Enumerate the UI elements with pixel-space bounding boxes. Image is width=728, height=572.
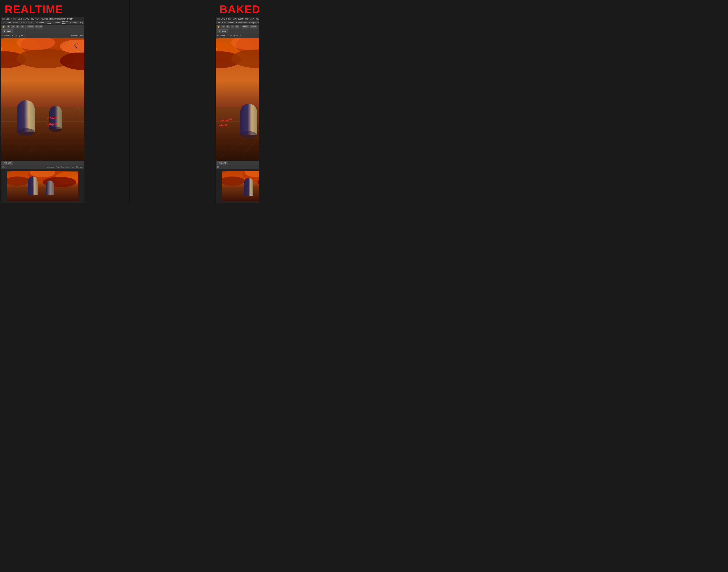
ground: [1, 107, 84, 161]
hand-tool[interactable]: ✋: [2, 25, 6, 28]
game-toolbar-right-realtime: Maximize on Play Mute audio Stats Gizmos…: [46, 166, 83, 168]
game-icon: 🎮: [4, 162, 6, 164]
game-preview-realtime: [7, 171, 78, 201]
scale-tool[interactable]: ⤡: [16, 25, 19, 28]
hand-tool-b[interactable]: ✋: [217, 25, 220, 28]
menubar-baked[interactable]: File Edit Assets GameObject Component AC…: [216, 21, 259, 24]
svg-text:X: X: [78, 43, 78, 44]
game-preview-baked: [222, 171, 259, 201]
svg-point-31: [49, 127, 62, 132]
menu-assets[interactable]: Assets: [13, 22, 19, 24]
menu-edit[interactable]: Edit: [8, 22, 11, 24]
rotate-tool-b[interactable]: ↻: [226, 25, 230, 28]
menu-gameobject[interactable]: GameObject: [21, 22, 32, 24]
menu-project[interactable]: Project: [54, 22, 60, 24]
svg-point-100: [245, 171, 259, 177]
scene-tab-baked[interactable]: ✛ Scene: [217, 29, 228, 33]
game-ground: [7, 189, 78, 201]
game-tab-label-b: Game: [221, 162, 226, 164]
scene-panel-realtime: ✛ Scene Shaded ▾ 2D ☀ ♪) ⚙ 👁 Gizmos ▾ ⊕A…: [1, 29, 84, 161]
menu-acytools[interactable]: ACY Tools: [47, 20, 51, 25]
panel-divider: [129, 0, 130, 204]
maximize-btn[interactable]: Maximize on Play: [46, 166, 59, 168]
scene-tab-label: Scene: [6, 30, 11, 32]
rect-tool[interactable]: ▭: [20, 25, 24, 28]
scene-tab-bar-realtime: ✛ Scene: [1, 29, 84, 33]
local-label-b: ⊕Local: [251, 26, 256, 28]
preview-clouds: [7, 171, 78, 189]
gizmos-btn[interactable]: Gizmos ▾: [71, 34, 78, 37]
game-tab-bar-baked: 🎮 Game: [216, 161, 259, 165]
svg-marker-35: [77, 43, 78, 44]
audio-toggle[interactable]: ♪): [18, 34, 20, 37]
local-dropdown[interactable]: ⊕Local: [35, 25, 43, 28]
shading-dropdown[interactable]: Shaded ▾: [2, 34, 10, 37]
game-capsule-right: [46, 180, 54, 197]
game-tab-realtime[interactable]: 🎮 Game: [2, 161, 13, 165]
svg-line-34: [74, 44, 77, 45]
svg-point-98: [222, 176, 245, 186]
persp-label-realtime: ← Persp: [74, 50, 80, 52]
light-toggle-b[interactable]: ☀: [230, 34, 232, 37]
rect-tool-b[interactable]: ▭: [235, 25, 239, 28]
scene-tab-realtime[interactable]: ✛ Scene: [2, 29, 13, 33]
game-viewport-baked: [216, 169, 259, 203]
hidden-toggle-b[interactable]: 👁: [239, 34, 241, 37]
menu-help[interactable]: Help: [80, 22, 83, 24]
game-capsule-left-baked: [243, 177, 254, 198]
capsule-right-realtime: [49, 105, 63, 133]
menu-mobileinput[interactable]: Mobile Input: [62, 20, 68, 25]
menu-file-b[interactable]: File: [217, 22, 220, 24]
2d-toggle-b[interactable]: 2D: [226, 34, 229, 37]
unity-window-realtime: Unity (64bit) - Level_1.unity - Dev_Main…: [1, 17, 84, 203]
gizmos-game-btn[interactable]: Gizmos ▾: [76, 166, 83, 168]
menu-file[interactable]: File: [2, 22, 5, 24]
menu-component-b[interactable]: Component: [250, 22, 259, 24]
fx-toggle-b[interactable]: ⚙: [236, 34, 238, 37]
fx-toggle[interactable]: ⚙: [21, 34, 23, 37]
svg-marker-33: [73, 41, 74, 42]
titlebar-realtime: Unity (64bit) - Level_1.unity - Dev_Main…: [1, 17, 84, 21]
game-tab-bar-realtime: 🎮 Game: [1, 161, 84, 165]
game-tab-label: Game: [6, 162, 11, 164]
capsule-left-realtime: [16, 99, 36, 136]
svg-point-99: [257, 177, 259, 187]
svg-point-45: [7, 176, 30, 186]
game-panel-realtime: 🎮 Game 16:9 ▾ Maximize on Play Mute audi…: [1, 161, 84, 203]
aspect-dropdown[interactable]: 16:9 ▾: [2, 166, 7, 168]
titlebar-text-baked: Unity (64bit) - Level_1.unity - Dev_Main…: [221, 18, 259, 20]
rotate-tool[interactable]: ↻: [11, 25, 15, 28]
shading-dropdown-b[interactable]: Shaded ▾: [217, 34, 225, 37]
menubar-realtime[interactable]: File Edit Assets GameObject Component AC…: [1, 21, 84, 24]
scene-viewport-realtime[interactable]: Y X ← Persp ↙ Static Object: [1, 38, 84, 161]
scene-viewport-baked[interactable]: Y X ← Persp Realtime lit Object. ↓ Stati…: [216, 38, 259, 161]
menu-gameobject-b[interactable]: GameObject: [236, 22, 247, 24]
menu-component[interactable]: Component: [35, 22, 45, 24]
svg-point-27: [17, 100, 35, 118]
menu-edit-b[interactable]: Edit: [222, 22, 226, 24]
pivot-dropdown[interactable]: ⊕Pivot: [27, 25, 34, 28]
game-tab-baked[interactable]: 🎮 Game: [217, 161, 228, 165]
menu-window[interactable]: Window: [70, 22, 77, 24]
2d-toggle[interactable]: 2D: [12, 34, 14, 37]
mute-btn[interactable]: Mute audio: [61, 166, 69, 168]
local-label: ⊕Local: [36, 26, 42, 28]
menu-assets-b[interactable]: Assets: [228, 22, 234, 24]
pivot-dropdown-b[interactable]: ⊕Pivot: [242, 25, 249, 28]
layers-btn[interactable]: ⊕All: [80, 34, 83, 37]
scene-tab-label-b: Scene: [221, 30, 226, 32]
aspect-dropdown-b[interactable]: 16:9 ▾: [217, 166, 222, 168]
audio-toggle-b[interactable]: ♪): [233, 34, 235, 37]
stats-btn[interactable]: Stats: [71, 166, 74, 168]
hidden-toggle[interactable]: 👁: [24, 34, 26, 37]
scene-toolbar-realtime: Shaded ▾ 2D ☀ ♪) ⚙ 👁 Gizmos ▾ ⊕All: [1, 33, 84, 38]
realtime-panel: REALTIME Unity (64bit) - Level_1.unity -…: [0, 0, 85, 204]
game-capsule-left: [27, 175, 39, 198]
move-tool-b[interactable]: ✛: [221, 25, 225, 28]
scale-tool-b[interactable]: ⤡: [230, 25, 234, 28]
svg-point-78: [240, 131, 257, 138]
light-toggle[interactable]: ☀: [15, 34, 17, 37]
move-tool[interactable]: ✛: [6, 25, 10, 28]
svg-point-51: [46, 181, 54, 188]
local-dropdown-b[interactable]: ⊕Local: [250, 25, 257, 28]
